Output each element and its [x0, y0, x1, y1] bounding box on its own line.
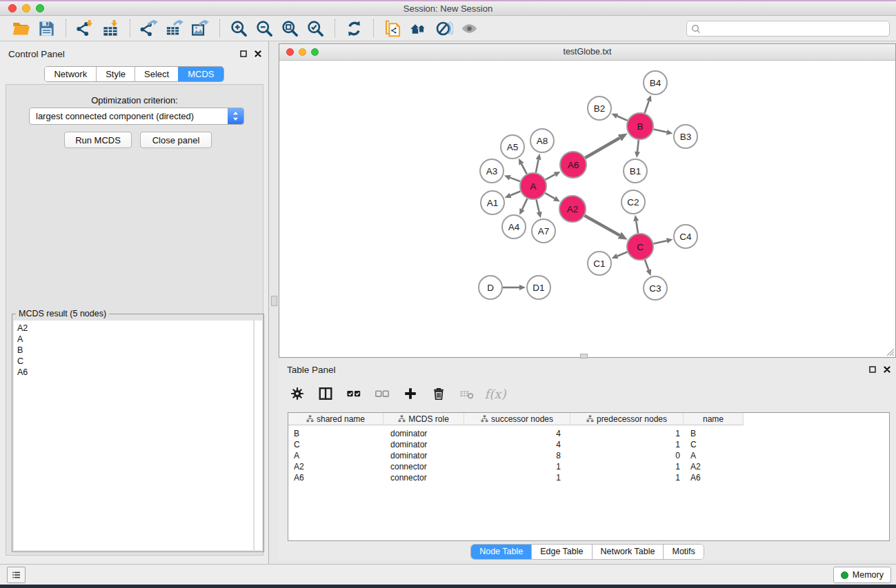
eye-icon[interactable] [457, 17, 482, 39]
table-cell: A6 [684, 473, 744, 483]
export-network-icon[interactable] [137, 17, 162, 39]
table-cell: 0 [570, 451, 684, 460]
search-input[interactable] [704, 21, 886, 36]
table-panel-tabs: Node TableEdge TableNetwork TableMotifs [279, 544, 896, 560]
resize-grip-icon[interactable] [886, 347, 895, 356]
graph-node-B1[interactable]: B1 [624, 159, 647, 183]
graph-node-A3[interactable]: A3 [480, 159, 504, 183]
open-file-icon[interactable] [8, 17, 34, 39]
close-window-button[interactable] [8, 4, 17, 12]
graph-node-A8[interactable]: A8 [530, 129, 554, 152]
zoom-in-icon[interactable] [226, 17, 252, 39]
graph-node-C2[interactable]: C2 [621, 190, 645, 214]
zoom-selected-icon[interactable] [303, 17, 328, 39]
export-table-icon[interactable] [162, 17, 188, 39]
import-table-icon[interactable] [98, 17, 123, 39]
memory-button[interactable]: Memory [833, 567, 891, 583]
tab-motifs[interactable]: Motifs [663, 545, 703, 559]
split-panel-icon[interactable] [317, 385, 334, 402]
import-network-icon[interactable] [72, 17, 98, 39]
graph-node-A1[interactable]: A1 [481, 191, 504, 214]
graph-node-C[interactable]: C [627, 234, 653, 260]
save-session-icon[interactable] [34, 17, 59, 39]
column-header-label: successor nodes [491, 414, 553, 424]
graph-node-label: A2 [567, 204, 579, 214]
graph-node-B3[interactable]: B3 [674, 125, 697, 148]
float-table-panel-icon[interactable] [869, 366, 876, 373]
result-item[interactable]: C [17, 356, 253, 367]
graph-node-A[interactable]: A [520, 173, 546, 199]
float-panel-icon[interactable] [240, 50, 247, 57]
title-bar: Session: New Session [0, 1, 896, 16]
toggle-details-icon[interactable] [431, 17, 457, 39]
table-row[interactable]: Adominator80A [288, 450, 889, 461]
table-row[interactable]: A6connector11A6 [288, 472, 889, 483]
graph-node-C1[interactable]: C1 [588, 252, 611, 275]
zoom-window-button[interactable] [36, 4, 44, 12]
graph-node-B[interactable]: B [627, 113, 653, 139]
toolbar-icon-group [8, 17, 482, 39]
delete-table-icon[interactable] [459, 385, 475, 402]
table-header-row: shared nameMCDS rolesuccessor nodesprede… [288, 413, 889, 425]
splitter-handle-bottom[interactable] [580, 354, 588, 358]
run-mcds-button[interactable]: Run MCDS [64, 132, 132, 148]
close-table-panel-icon[interactable] [884, 366, 890, 373]
column-header-predecessor-nodes[interactable]: predecessor nodes [570, 413, 684, 425]
tab-mcds[interactable]: MCDS [178, 67, 223, 81]
tab-network[interactable]: Network [45, 67, 96, 81]
graph-node-B4[interactable]: B4 [644, 71, 667, 94]
deselect-all-icon[interactable] [374, 385, 390, 402]
graph-node-A4[interactable]: A4 [502, 215, 526, 239]
export-image-icon[interactable] [188, 17, 213, 39]
clone-network-icon[interactable] [380, 17, 406, 39]
network-canvas[interactable]: B4B2BB3A5A8A6A3AB1A1A2C2A4A7C4CC1DD1C3 [279, 61, 895, 357]
graph-node-D[interactable]: D [479, 276, 502, 299]
result-item[interactable]: B [17, 345, 253, 356]
select-all-icon[interactable] [346, 385, 362, 402]
graph-node-C4[interactable]: C4 [674, 225, 697, 248]
task-history-button[interactable] [7, 567, 26, 583]
column-header-successor-nodes[interactable]: successor nodes [464, 413, 570, 425]
dropdown-stepper-icon [228, 108, 243, 124]
graph-node-A7[interactable]: A7 [532, 219, 555, 243]
column-header-name[interactable]: name [684, 413, 744, 425]
function-builder-icon[interactable]: f(x) [487, 385, 504, 402]
graph-node-A6[interactable]: A6 [560, 152, 586, 178]
zoom-fit-icon[interactable] [277, 17, 303, 39]
close-panel-button[interactable]: Close panel [140, 132, 212, 148]
graph-node-A2[interactable]: A2 [559, 196, 586, 222]
graph-node-A5[interactable]: A5 [501, 135, 524, 159]
network-view-window: testGlobe.txt B4B2BB3A5A8A6A3AB1A1A2C2A4… [279, 43, 896, 358]
graph-node-label: B1 [630, 166, 641, 176]
optimization-criterion-dropdown[interactable]: largest connected component (directed) [29, 108, 244, 125]
result-item[interactable]: A6 [17, 367, 253, 378]
close-panel-icon[interactable] [255, 50, 261, 57]
result-item[interactable]: A [17, 334, 253, 345]
table-row[interactable]: Bdominator41B [288, 428, 889, 439]
add-column-icon[interactable] [402, 385, 419, 402]
table-row[interactable]: Cdominator41C [288, 439, 889, 450]
zoom-out-icon[interactable] [252, 17, 277, 39]
tab-select[interactable]: Select [135, 67, 178, 81]
toolbar-separator [373, 19, 374, 37]
graph-node-B2[interactable]: B2 [588, 97, 611, 120]
splitter-handle-left[interactable] [271, 296, 277, 306]
graph-node-D1[interactable]: D1 [527, 276, 550, 299]
tab-network-table[interactable]: Network Table [592, 545, 664, 559]
control-panel: Control Panel NetworkStyleSelectMCDS Opt… [0, 41, 269, 564]
table-cell: dominator [384, 440, 464, 449]
gear-icon[interactable] [289, 385, 306, 402]
tab-node-table[interactable]: Node Table [471, 545, 531, 559]
minimize-window-button[interactable] [22, 4, 30, 12]
tab-style[interactable]: Style [96, 67, 135, 81]
delete-icon[interactable] [430, 385, 447, 402]
result-scrollbar-track[interactable] [254, 321, 262, 550]
home-icon[interactable] [406, 17, 431, 39]
refresh-icon[interactable] [341, 17, 367, 39]
column-header-MCDS-role[interactable]: MCDS role [384, 413, 464, 425]
column-header-shared-name[interactable]: shared name [288, 413, 384, 425]
table-row[interactable]: A2connector11A2 [288, 461, 889, 472]
graph-node-C3[interactable]: C3 [644, 276, 667, 300]
result-item[interactable]: A2 [17, 323, 253, 334]
tab-edge-table[interactable]: Edge Table [531, 545, 591, 559]
